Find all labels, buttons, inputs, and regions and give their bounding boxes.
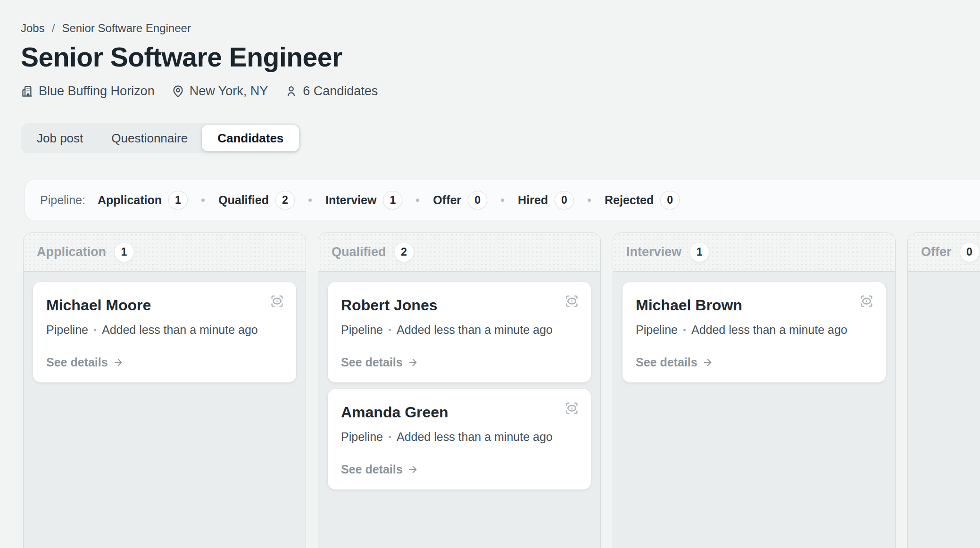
scan-eye-icon[interactable] bbox=[860, 294, 873, 308]
scan-eye-icon[interactable] bbox=[565, 401, 579, 415]
stage-count-badge: 2 bbox=[275, 191, 295, 209]
pipeline-summary-bar: Pipeline: Application 1 Qualified 2 Inte… bbox=[25, 180, 980, 220]
column-body: Robert Jones Pipeline Added less than a … bbox=[318, 272, 600, 506]
card-source: Pipeline bbox=[341, 323, 383, 337]
candidate-name: Robert Jones bbox=[341, 295, 578, 314]
candidate-card[interactable]: Michael Moore Pipeline Added less than a… bbox=[33, 282, 296, 382]
column-body bbox=[908, 272, 980, 292]
stage-count-badge: 1 bbox=[383, 191, 402, 209]
see-details-link[interactable]: See details bbox=[341, 356, 418, 369]
candidate-card[interactable]: Robert Jones Pipeline Added less than a … bbox=[328, 282, 591, 382]
arrow-right-icon bbox=[407, 464, 418, 475]
stage-name: Offer bbox=[433, 193, 461, 207]
column-interview: Interview 1 Michael Brown Pi bbox=[613, 232, 896, 548]
stage-name: Hired bbox=[518, 193, 548, 207]
pipeline-stage-interview: Interview 1 bbox=[325, 191, 402, 209]
column-count-badge: 0 bbox=[960, 243, 979, 262]
stage-name: Qualified bbox=[218, 193, 269, 207]
candidate-name: Michael Brown bbox=[636, 295, 872, 314]
scan-eye-icon[interactable] bbox=[565, 294, 579, 308]
column-qualified: Qualified 2 Robert Jones Pip bbox=[318, 232, 601, 548]
see-details-link[interactable]: See details bbox=[46, 356, 124, 369]
column-offer: Offer 0 bbox=[907, 232, 980, 548]
candidates-meta: 6 Candidates bbox=[285, 84, 378, 99]
column-body: Michael Moore Pipeline Added less than a… bbox=[24, 272, 306, 399]
column-count-badge: 1 bbox=[690, 243, 709, 262]
column-body: Michael Brown Pipeline Added less than a… bbox=[613, 272, 895, 399]
breadcrumb-separator: / bbox=[52, 22, 55, 35]
tab-questionnaire[interactable]: Questionnaire bbox=[97, 123, 202, 153]
dot-separator bbox=[94, 329, 96, 331]
column-count-badge: 2 bbox=[395, 243, 414, 262]
dot-separator bbox=[501, 199, 504, 202]
page-title: Senior Software Engineer bbox=[21, 42, 980, 73]
dot-separator bbox=[389, 329, 391, 331]
card-meta: Pipeline Added less than a minute ago bbox=[46, 323, 283, 337]
card-meta: Pipeline Added less than a minute ago bbox=[341, 430, 578, 444]
tab-candidates[interactable]: Candidates bbox=[202, 125, 299, 151]
dot-separator bbox=[683, 329, 686, 331]
see-details-label: See details bbox=[341, 463, 403, 476]
card-meta: Pipeline Added less than a minute ago bbox=[636, 323, 872, 337]
pipeline-stage-offer: Offer 0 bbox=[433, 191, 487, 209]
stage-count-badge: 0 bbox=[468, 191, 487, 209]
card-meta: Pipeline Added less than a minute ago bbox=[341, 323, 578, 337]
card-source: Pipeline bbox=[46, 323, 88, 337]
company-name: Blue Buffing Horizon bbox=[39, 84, 155, 99]
pipeline-stage-qualified: Qualified 2 bbox=[218, 191, 295, 209]
column-header: Qualified 2 bbox=[318, 233, 600, 272]
map-pin-icon bbox=[172, 85, 184, 98]
arrow-right-icon bbox=[702, 357, 713, 368]
column-title: Offer bbox=[921, 245, 952, 259]
column-header: Offer 0 bbox=[908, 233, 980, 272]
dot-separator bbox=[416, 199, 419, 202]
pipeline-stage-rejected: Rejected 0 bbox=[605, 191, 680, 209]
tab-job-post[interactable]: Job post bbox=[23, 123, 97, 153]
location-text: New York, NY bbox=[190, 84, 268, 99]
breadcrumb-current: Senior Software Engineer bbox=[62, 22, 191, 35]
dot-separator bbox=[389, 436, 391, 438]
dot-separator bbox=[588, 199, 591, 202]
column-title: Interview bbox=[626, 245, 681, 259]
card-added-time: Added less than a minute ago bbox=[397, 430, 553, 444]
column-header: Application 1 bbox=[24, 233, 306, 272]
pipeline-stage-hired: Hired 0 bbox=[518, 191, 574, 209]
dot-separator bbox=[201, 199, 205, 202]
pipeline-stage-application: Application 1 bbox=[98, 191, 188, 209]
card-added-time: Added less than a minute ago bbox=[102, 323, 258, 337]
pipeline-label: Pipeline: bbox=[40, 193, 85, 207]
see-details-label: See details bbox=[636, 356, 698, 369]
candidate-card[interactable]: Amanda Green Pipeline Added less than a … bbox=[328, 389, 591, 490]
breadcrumb: Jobs / Senior Software Engineer bbox=[21, 0, 980, 35]
stage-count-badge: 0 bbox=[660, 191, 680, 209]
stage-name: Rejected bbox=[605, 193, 654, 207]
job-tabs: Job post Questionnaire Candidates bbox=[21, 123, 301, 153]
stage-count-badge: 0 bbox=[555, 191, 574, 209]
card-added-time: Added less than a minute ago bbox=[691, 323, 847, 337]
see-details-link[interactable]: See details bbox=[636, 356, 713, 369]
location-meta: New York, NY bbox=[172, 84, 268, 99]
user-icon bbox=[285, 85, 298, 98]
stage-count-badge: 1 bbox=[168, 191, 188, 209]
arrow-right-icon bbox=[113, 357, 124, 368]
candidate-name: Michael Moore bbox=[46, 295, 283, 314]
breadcrumb-jobs-link[interactable]: Jobs bbox=[21, 22, 45, 35]
see-details-link[interactable]: See details bbox=[341, 463, 418, 476]
column-count-badge: 1 bbox=[115, 243, 133, 262]
see-details-label: See details bbox=[46, 356, 108, 369]
building-icon bbox=[21, 85, 33, 98]
stage-name: Application bbox=[98, 193, 162, 207]
job-candidates-page: Jobs / Senior Software Engineer Senior S… bbox=[0, 0, 980, 548]
scan-eye-icon[interactable] bbox=[270, 294, 284, 308]
candidate-card[interactable]: Michael Brown Pipeline Added less than a… bbox=[623, 282, 886, 382]
card-source: Pipeline bbox=[341, 430, 383, 444]
candidates-count: 6 Candidates bbox=[303, 84, 378, 99]
job-meta-row: Blue Buffing Horizon New York, NY 6 Cand… bbox=[21, 84, 980, 99]
dot-separator bbox=[308, 199, 312, 202]
column-title: Application bbox=[37, 245, 106, 259]
card-source: Pipeline bbox=[636, 323, 678, 337]
company-meta: Blue Buffing Horizon bbox=[21, 84, 155, 99]
see-details-label: See details bbox=[341, 356, 403, 369]
column-title: Qualified bbox=[332, 245, 386, 259]
arrow-right-icon bbox=[407, 357, 418, 368]
